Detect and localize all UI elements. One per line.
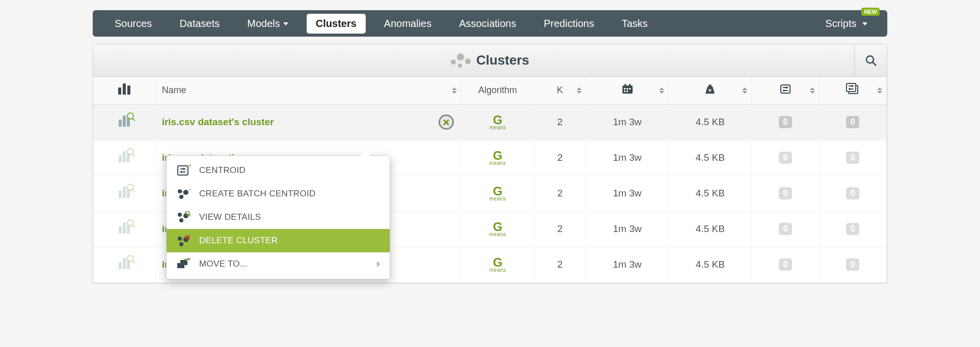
weight-icon: B xyxy=(703,83,717,95)
cluster-row-icon xyxy=(119,258,130,269)
col-algorithm[interactable]: Algorithm xyxy=(461,77,534,104)
cluster-name-link[interactable]: iris.csv dataset's cluster xyxy=(162,117,274,127)
centroids-count: 0 xyxy=(779,223,792,235)
svg-rect-5 xyxy=(629,88,631,90)
sort-icon[interactable] xyxy=(659,88,664,94)
sort-icon[interactable] xyxy=(810,88,815,94)
svg-text:+: + xyxy=(189,188,190,192)
search-button[interactable] xyxy=(854,44,887,77)
panel-header: Clusters xyxy=(93,44,887,77)
col-name[interactable]: Name xyxy=(155,77,461,104)
svg-point-35 xyxy=(178,213,182,217)
size-value: 4.5 KB xyxy=(669,140,752,176)
col-centroids[interactable] xyxy=(752,77,819,104)
svg-point-27 xyxy=(180,171,182,173)
centroids-count: 0 xyxy=(779,152,792,164)
svg-rect-4 xyxy=(627,88,628,90)
col-k-label: K xyxy=(557,85,563,95)
batch-count: 0 xyxy=(846,187,859,199)
nav-clusters[interactable]: Clusters xyxy=(307,14,366,34)
chevron-right-icon xyxy=(377,261,380,267)
svg-point-25 xyxy=(183,168,185,170)
menu-delete-cluster[interactable]: DELETE CLUSTER xyxy=(167,229,390,252)
svg-point-37 xyxy=(179,218,183,222)
size-value: 4.5 KB xyxy=(669,247,752,282)
svg-point-40 xyxy=(178,237,182,241)
svg-rect-6 xyxy=(624,91,625,92)
svg-text:+: + xyxy=(188,164,190,169)
svg-point-0 xyxy=(866,56,874,63)
centroids-count: 0 xyxy=(779,258,792,271)
sort-icon[interactable] xyxy=(452,88,457,94)
svg-point-42 xyxy=(179,242,183,246)
centroids-count: 0 xyxy=(779,116,792,128)
col-size[interactable]: B xyxy=(669,77,752,104)
row-actions-button[interactable] xyxy=(439,114,454,130)
cluster-row-icon xyxy=(119,151,130,162)
nav-tasks[interactable]: Tasks xyxy=(612,14,657,34)
algorithm-badge: Gmeans xyxy=(468,256,528,273)
batch-count: 0 xyxy=(846,258,859,271)
svg-text:B: B xyxy=(709,88,712,93)
view-details-icon xyxy=(176,211,191,224)
age-value: 1m 3w xyxy=(586,140,669,176)
size-value: 4.5 KB xyxy=(669,176,752,211)
nav-anomalies[interactable]: Anomalies xyxy=(375,14,441,34)
size-value: 4.5 KB xyxy=(669,211,752,247)
svg-rect-23 xyxy=(178,166,188,175)
algorithm-badge: Gmeans xyxy=(468,150,528,166)
menu-move-to[interactable]: MOVE TO... xyxy=(167,252,390,276)
clusters-icon xyxy=(451,52,470,69)
svg-point-20 xyxy=(851,85,853,87)
col-batch[interactable] xyxy=(819,77,886,104)
centroid-icon: + xyxy=(176,164,191,177)
nav-scripts[interactable]: Scripts NEW xyxy=(818,14,875,34)
menu-label: CREATE BATCH CENTROID xyxy=(199,189,316,199)
sliders-icon xyxy=(779,83,792,95)
svg-point-14 xyxy=(785,86,787,89)
col-type[interactable] xyxy=(93,77,155,104)
menu-label: CENTROID xyxy=(199,165,246,176)
nav-models[interactable]: Models xyxy=(238,14,297,34)
svg-point-10 xyxy=(709,84,712,88)
menu-label: VIEW DETAILS xyxy=(199,212,261,222)
menu-label: DELETE CLUSTER xyxy=(199,236,278,246)
svg-rect-12 xyxy=(781,85,790,93)
menu-label: MOVE TO... xyxy=(199,259,248,269)
svg-rect-3 xyxy=(624,88,625,90)
svg-rect-18 xyxy=(847,83,856,92)
menu-batch-centroid[interactable]: + CREATE BATCH CENTROID xyxy=(167,182,390,206)
sort-icon[interactable] xyxy=(742,88,747,94)
svg-rect-9 xyxy=(629,84,631,86)
sort-icon[interactable] xyxy=(877,88,882,94)
k-value: 2 xyxy=(534,140,586,176)
age-value: 1m 3w xyxy=(586,104,669,140)
batch-count: 0 xyxy=(846,116,859,128)
svg-point-16 xyxy=(783,90,785,92)
batch-count: 0 xyxy=(846,223,859,235)
col-name-label: Name xyxy=(162,85,186,95)
sort-icon[interactable] xyxy=(577,88,582,94)
col-k[interactable]: K xyxy=(534,77,586,104)
menu-centroid[interactable]: + CENTROID xyxy=(167,159,390,182)
svg-rect-8 xyxy=(624,84,626,86)
nav-datasets[interactable]: Datasets xyxy=(170,14,229,34)
batch-sliders-icon xyxy=(846,83,860,95)
age-value: 1m 3w xyxy=(586,247,669,282)
panel-title: Clusters xyxy=(476,52,529,68)
cluster-row-icon xyxy=(119,187,130,198)
menu-view-details[interactable]: VIEW DETAILS xyxy=(167,206,390,229)
nav-sources[interactable]: Sources xyxy=(105,14,161,34)
nav-predictions[interactable]: Predictions xyxy=(535,14,604,34)
algorithm-badge: Gmeans xyxy=(468,221,528,237)
bars-icon xyxy=(118,83,130,95)
table-row[interactable]: iris.csv dataset's clusterGmeans21m 3w4.… xyxy=(93,104,887,140)
search-icon xyxy=(865,54,877,67)
col-age[interactable] xyxy=(586,77,669,104)
svg-rect-7 xyxy=(627,91,628,92)
svg-line-1 xyxy=(873,62,876,66)
nav-associations[interactable]: Associations xyxy=(450,14,525,34)
k-value: 2 xyxy=(534,247,586,282)
row-context-menu: + CENTROID + CREATE BATCH CENTROID VIEW … xyxy=(166,155,390,279)
age-value: 1m 3w xyxy=(586,211,669,247)
